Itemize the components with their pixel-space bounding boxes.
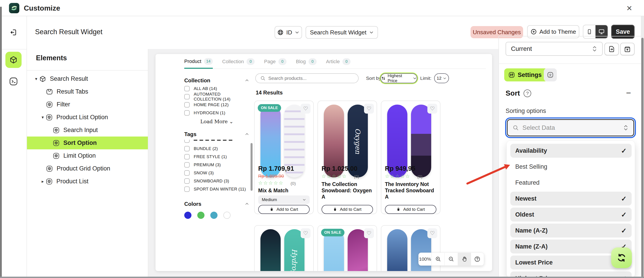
wishlist-heart-icon[interactable]: ♡ (301, 228, 310, 238)
load-more-button[interactable]: Load More ⌄ (184, 119, 250, 124)
sort-by-label: Sort by: (366, 76, 382, 81)
option-featured[interactable]: Featured✓ (510, 176, 632, 190)
add-to-cart-button[interactable]: Add to Cart (258, 205, 310, 214)
pan-hand-button[interactable] (458, 253, 471, 265)
search-icon (260, 76, 266, 81)
tab-translation[interactable]: 文 (544, 68, 557, 81)
option-oldest[interactable]: Oldest✓ (510, 208, 632, 221)
add-to-cart-button[interactable]: Add to Cart (385, 205, 436, 214)
collection-checkbox[interactable]: HOME PAGE (12) (184, 101, 250, 109)
checkbox-icon[interactable] (184, 162, 190, 168)
collection-filter-header[interactable]: Collection (184, 77, 250, 85)
collection-checkbox[interactable]: ALL AB (14) (184, 85, 250, 93)
checkbox-icon[interactable] (184, 186, 190, 192)
export-code-button[interactable] (604, 43, 619, 55)
tree-item-product-list-option[interactable]: ▾ Product List Option (27, 111, 148, 124)
tag-checkbox[interactable]: SPORT DAN WINTER (11) (184, 185, 250, 193)
wishlist-heart-icon[interactable]: ♡ (301, 104, 310, 114)
checkbox-icon[interactable] (184, 86, 190, 91)
device-preview-toggle[interactable] (583, 25, 608, 39)
version-select[interactable]: Current (506, 42, 603, 56)
widget-selector[interactable]: Search Result Widget (306, 26, 378, 39)
tag-checkbox[interactable]: SNOW (3) (184, 169, 250, 177)
chevron-up-icon[interactable] (244, 132, 250, 137)
product-card[interactable]: ♡ Rp 949,95 (0) The Inventory Not Tracke… (381, 101, 440, 214)
checkbox-icon[interactable] (184, 178, 190, 184)
tree-item-search-result[interactable]: ▾ Search Result (27, 72, 148, 85)
color-swatch-teal[interactable] (210, 212, 218, 219)
wishlist-heart-icon[interactable]: ♡ (428, 104, 437, 114)
checkbox-icon[interactable] (184, 110, 190, 116)
collapse-section-icon[interactable]: − (626, 88, 631, 98)
checkbox-icon[interactable] (184, 146, 190, 151)
wishlist-heart-icon[interactable]: ♡ (364, 104, 374, 114)
sorting-options-select[interactable]: Select Data (507, 119, 634, 136)
rail-elements-button[interactable] (6, 52, 22, 68)
tab-article[interactable]: Article 0 (326, 56, 350, 68)
product-card[interactable]: ON SALE ♡ Rp 1.709,91 Rp 1.899,90 (0) Mi… (254, 101, 314, 214)
caret-down-icon[interactable]: ▾ (33, 76, 39, 81)
tag-checkbox[interactable]: BUNDLE (2) (184, 145, 250, 153)
product-card[interactable]: ON SALE ♡ (318, 225, 377, 271)
colors-filter-header[interactable]: Colors (184, 200, 250, 208)
tags-filter-header[interactable]: Tags (184, 130, 250, 138)
checkbox-icon[interactable] (184, 102, 190, 108)
caret-down-icon[interactable]: ▾ (40, 115, 46, 120)
tree-item-result-tabs[interactable]: Result Tabs (27, 85, 148, 98)
tag-checkbox[interactable]: PREMIUM (3) (184, 161, 250, 169)
caret-right-icon[interactable]: ▸ (40, 179, 46, 184)
wishlist-heart-icon[interactable]: ♡ (364, 228, 374, 238)
close-icon[interactable]: ✕ (626, 4, 632, 13)
search-input-field[interactable] (268, 76, 354, 81)
help-button[interactable] (471, 253, 484, 265)
sync-refresh-fab[interactable] (611, 247, 632, 268)
collection-checkbox[interactable]: HYDROGEN (1) (184, 109, 250, 117)
color-swatch-white[interactable] (223, 212, 230, 219)
option-best-selling[interactable]: Best Selling✓ (510, 160, 632, 174)
tags-scrollbar[interactable] (250, 143, 252, 191)
archive-upload-button[interactable] (620, 43, 634, 55)
product-card[interactable]: Oxygen ♡ Rp 1.025,00 (0) The Collection … (318, 101, 377, 214)
checkbox-icon[interactable] (184, 94, 190, 99)
tab-collection[interactable]: Collection 0 (222, 56, 255, 68)
variant-select[interactable]: Medium (258, 195, 310, 204)
checkbox-icon[interactable] (184, 154, 190, 159)
limit-select[interactable]: 12 (434, 73, 449, 83)
zoom-out-button[interactable] (445, 253, 458, 265)
product-name: The Collection Snowboard: Oxygen A (322, 181, 374, 200)
tree-item-search-input[interactable]: Search Input (27, 124, 148, 137)
chevron-up-icon[interactable] (244, 201, 250, 206)
window-scrollbar-thumb[interactable] (641, 38, 644, 278)
rail-console-button[interactable] (7, 75, 20, 88)
tab-product[interactable]: Product 14 (184, 56, 213, 69)
zoom-in-button[interactable] (432, 253, 445, 265)
save-button[interactable]: Save (611, 25, 634, 39)
tree-item-limit-option[interactable]: Limit Option (27, 149, 148, 162)
option-availability[interactable]: Availability✓ (510, 144, 632, 158)
search-products-input[interactable] (255, 73, 359, 83)
checkbox-icon[interactable] (184, 170, 190, 176)
color-swatch-green[interactable] (197, 212, 204, 219)
tab-blog[interactable]: Blog 0 (296, 56, 316, 68)
tree-item-filter[interactable]: Filter (27, 98, 148, 111)
option-name-a-z[interactable]: Name (A-Z)✓ (510, 223, 632, 237)
locale-selector[interactable]: ID (274, 26, 302, 39)
tree-item-label: Filter (57, 101, 70, 108)
sort-select[interactable]: Highest Price (380, 73, 417, 83)
tab-settings[interactable]: Settings (504, 68, 548, 81)
tab-page[interactable]: Page 0 (264, 56, 286, 68)
tree-item-product-list[interactable]: ▸ Product List (27, 175, 148, 188)
product-card[interactable]: Hydrogen ♡ (254, 225, 314, 271)
tag-checkbox[interactable]: FREE STYLE (1) (184, 153, 250, 161)
tag-checkbox[interactable]: SNOWBOARD (3) (184, 177, 250, 185)
help-circle-icon[interactable]: ? (524, 90, 531, 97)
tree-item-product-grid-option[interactable]: Product Grid Option (27, 162, 148, 175)
wishlist-heart-icon[interactable]: ♡ (428, 228, 437, 238)
color-swatch-blue[interactable] (184, 212, 192, 219)
chevron-up-icon[interactable] (244, 78, 250, 83)
collection-checkbox[interactable]: AUTOMATED COLLECTION (14) (184, 93, 250, 101)
exit-editor-button[interactable] (8, 27, 19, 38)
option-newest[interactable]: Newest✓ (510, 192, 632, 206)
tree-item-sort-option[interactable]: Sort Option (27, 137, 148, 149)
add-to-cart-button[interactable]: Add to Cart (322, 205, 373, 214)
